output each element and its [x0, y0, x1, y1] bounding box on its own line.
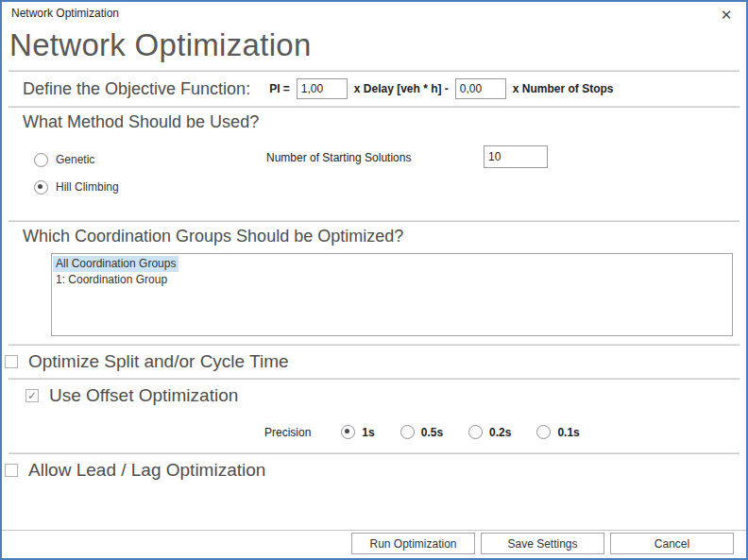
offset-check-row: ✓ Use Offset Optimization — [23, 380, 746, 412]
radio-option-01s[interactable]: 0.1s — [536, 425, 579, 439]
run-optimization-button[interactable]: Run Optimization — [351, 533, 475, 554]
window-title: Network Optimization — [11, 7, 119, 20]
precision-row: Precision 1s 0.5s 0.2s 0.1s — [264, 425, 746, 452]
radio-icon[interactable] — [536, 425, 551, 439]
stops-label: x Number of Stops — [513, 82, 614, 95]
coordination-section: Which Coordination Groups Should be Opti… — [2, 222, 746, 336]
starting-solutions-input[interactable] — [484, 145, 548, 168]
radio-option-02s[interactable]: 0.2s — [468, 425, 511, 439]
radio-label: 0.2s — [489, 426, 511, 439]
page-title: Network Optimization — [9, 27, 746, 63]
split-cycle-checkbox[interactable] — [5, 355, 18, 368]
lead-lag-section: Allow Lead / Lag Optimization — [2, 454, 746, 486]
coordination-heading: Which Coordination Groups Should be Opti… — [23, 222, 746, 246]
close-icon[interactable]: ✕ — [706, 7, 746, 24]
radio-option-1s[interactable]: 1s — [341, 425, 374, 439]
radio-label: 0.5s — [421, 426, 443, 439]
pi-stops-weight-input[interactable] — [455, 78, 506, 99]
titlebar: Network Optimization ✕ — [2, 2, 746, 26]
radio-icon[interactable] — [468, 425, 483, 439]
radio-icon[interactable] — [341, 425, 355, 439]
list-item[interactable]: All Coordination Groups — [53, 256, 732, 272]
save-settings-button[interactable]: Save Settings — [481, 533, 604, 554]
pi-delay-weight-input[interactable] — [297, 78, 348, 99]
starting-solutions-label: Number of Starting Solutions — [266, 151, 411, 164]
network-optimization-dialog: { "window": { "title": "Network Optimiza… — [0, 0, 748, 560]
cancel-button[interactable]: Cancel — [610, 533, 734, 554]
precision-label: Precision — [264, 426, 311, 439]
radio-label: 1s — [362, 426, 374, 439]
method-heading: What Method Should be Used? — [23, 108, 746, 132]
list-item[interactable]: 1: Coordination Group — [53, 272, 732, 288]
offset-checkbox[interactable]: ✓ — [26, 389, 39, 402]
radio-option-hill-climbing[interactable]: Hill Climbing — [34, 180, 746, 194]
lead-lag-label: Allow Lead / Lag Optimization — [28, 460, 265, 481]
coordination-groups-listbox[interactable]: All Coordination Groups 1: Coordination … — [51, 253, 733, 336]
radio-icon[interactable] — [34, 180, 48, 195]
objective-heading: Define the Objective Function: — [23, 79, 250, 99]
offset-label: Use Offset Optimization — [49, 385, 238, 406]
radio-option-05s[interactable]: 0.5s — [400, 425, 443, 439]
radio-label: Genetic — [56, 153, 94, 166]
pi-label: PI = — [269, 82, 290, 95]
radio-label: 0.1s — [557, 426, 579, 439]
method-section: What Method Should be Used? Genetic Hill… — [2, 108, 746, 220]
objective-section: Define the Objective Function: PI = x De… — [2, 72, 746, 106]
offset-section: ✓ Use Offset Optimization Precision 1s 0… — [2, 380, 746, 452]
lead-lag-checkbox[interactable] — [5, 464, 18, 477]
footer: Run Optimization Save Settings Cancel — [2, 530, 746, 556]
split-cycle-section: Optimize Split and/or Cycle Time — [2, 346, 746, 378]
split-cycle-label: Optimize Split and/or Cycle Time — [28, 351, 289, 372]
radio-label: Hill Climbing — [56, 180, 119, 194]
radio-icon[interactable] — [400, 425, 415, 439]
objective-controls: PI = x Delay [veh * h] - x Number of Sto… — [269, 78, 613, 99]
delay-label: x Delay [veh * h] - — [354, 82, 449, 95]
radio-icon[interactable] — [34, 153, 48, 167]
